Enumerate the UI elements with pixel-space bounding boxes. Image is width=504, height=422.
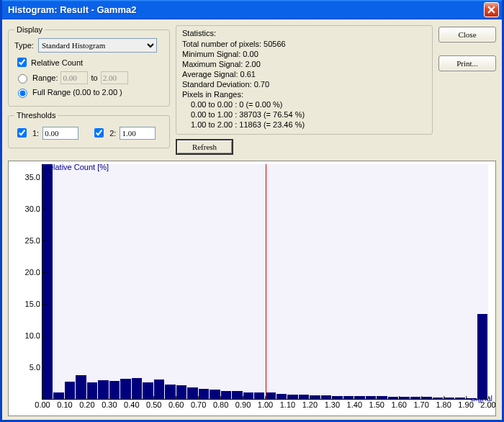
chart-bar [109, 381, 120, 399]
titlebar: Histogram: Result - Gamma2 [2, 0, 502, 19]
display-group: Display Type: Standard Histogram Relativ… [8, 25, 170, 107]
chart-bar [143, 382, 153, 399]
print-button[interactable]: Print... [438, 55, 496, 71]
threshold1-checkbox[interactable] [17, 128, 27, 138]
threshold-line [266, 164, 266, 399]
threshold2-input[interactable] [120, 127, 156, 140]
histogram-chart: Relative Count [%] Area [mm]: X1:-47.2, … [8, 161, 496, 416]
chart-ytick: 20.0 [25, 268, 40, 277]
chart-bar [187, 387, 197, 399]
threshold1-input[interactable] [42, 127, 78, 140]
chart-bar [210, 390, 220, 399]
chart-bar [221, 391, 231, 399]
stat-avg: Average Signal: 0.61 [182, 69, 426, 79]
thresholds-legend: Thresholds [14, 111, 58, 120]
chart-bar [42, 164, 53, 399]
type-label: Type: [14, 41, 34, 50]
chart-xtick: 1.10 [280, 399, 295, 409]
chart-ytick: 25.0 [25, 236, 40, 245]
chart-bar [132, 378, 142, 399]
chart-xtick: 1.30 [325, 399, 340, 409]
threshold1-label: 1: [32, 129, 39, 138]
chart-bar [243, 392, 253, 399]
chart-xtick: 1.60 [391, 399, 406, 409]
chart-plot-area: 5.010.015.020.025.030.035.00.000.100.200… [42, 164, 488, 400]
chart-ytick: 30.0 [25, 205, 40, 213]
chart-ylabel: Relative Count [%] [43, 163, 109, 171]
chart-xtick: 0.00 [35, 399, 50, 409]
stat-range2: 0.00 to 1.00 : 38703 (= 76.54 %) [182, 109, 426, 120]
chart-xtick: 0.40 [124, 399, 139, 409]
chart-xtick: 0.30 [102, 399, 117, 409]
chart-xtick: 1.70 [413, 399, 428, 409]
chart-bar [232, 391, 242, 399]
refresh-button[interactable]: Refresh [176, 139, 233, 155]
stat-ranges-header: Pixels in Ranges: [182, 89, 426, 99]
threshold2-label: 2: [109, 129, 116, 138]
chart-xtick: 0.60 [168, 399, 184, 409]
chart-bar [165, 385, 175, 399]
chart-ytick: 10.0 [25, 331, 40, 340]
stat-range3: 1.00 to 2.00 : 11863 (= 23.46 %) [182, 120, 426, 130]
stat-max: Maximum Signal: 2.00 [182, 59, 426, 69]
stat-total: Total number of pixels: 50566 [182, 39, 426, 49]
chart-xtick: 1.90 [458, 399, 473, 409]
full-range-label: Full Range (0.00 to 2.00 ) [32, 88, 122, 96]
chart-xtick: 0.50 [146, 399, 161, 409]
chart-bar [65, 382, 75, 399]
range-radio[interactable] [18, 74, 27, 84]
display-legend: Display [14, 25, 45, 34]
chart-bar [266, 392, 276, 399]
relative-count-label: Relative Count [31, 58, 83, 67]
range-from-input[interactable] [60, 71, 88, 84]
relative-count-checkbox[interactable] [17, 58, 27, 67]
window-title: Histogram: Result - Gamma2 [8, 4, 484, 15]
chart-xtick: 1.00 [258, 399, 273, 409]
threshold2-checkbox[interactable] [94, 128, 104, 138]
chart-bar [176, 385, 186, 399]
chart-xtick: 2.00 [480, 399, 495, 409]
chart-bar [98, 380, 108, 399]
chart-bar [120, 379, 130, 399]
chart-xtick: 0.10 [57, 399, 72, 409]
range-to-label: to [91, 73, 97, 82]
chart-bar [276, 394, 287, 399]
stat-min: Minimum Signal: 0.00 [182, 49, 426, 59]
chart-ytick: 35.0 [25, 173, 40, 181]
chart-xtick: 1.40 [347, 399, 362, 409]
chart-bar [254, 392, 264, 399]
full-range-radio[interactable] [18, 89, 27, 98]
chart-bar [76, 375, 86, 399]
chart-xtick: 1.80 [436, 399, 451, 409]
chart-xtick: 0.20 [79, 399, 94, 409]
stat-range1: 0.00 to 0.00 : 0 (= 0.00 %) [182, 99, 426, 109]
chart-xtick: 0.70 [191, 399, 206, 409]
range-label: Range: [32, 73, 58, 82]
chart-xtick: 1.50 [369, 399, 384, 409]
chart-ytick: 5.0 [30, 363, 40, 372]
chart-bar [154, 380, 164, 399]
close-icon [487, 6, 495, 14]
chart-bar [87, 382, 97, 399]
chart-bar [53, 392, 63, 399]
chart-xtick: 1.20 [302, 399, 318, 409]
stat-std: Standard Deviation: 0.70 [182, 79, 426, 89]
chart-ytick: 15.0 [25, 300, 40, 308]
chart-bar [477, 314, 487, 399]
chart-bar [199, 389, 209, 399]
window-close-button[interactable] [484, 2, 499, 17]
statistics-group: Statistics: Total number of pixels: 5056… [176, 25, 433, 135]
chart-xtick: 0.80 [213, 399, 228, 409]
close-button[interactable]: Close [438, 27, 496, 42]
statistics-title: Statistics: [182, 29, 426, 37]
range-to-input[interactable] [101, 71, 128, 84]
chart-xtick: 0.90 [235, 399, 251, 409]
thresholds-group: Thresholds 1: 2: [8, 111, 170, 148]
type-select[interactable]: Standard Histogram [38, 38, 157, 53]
